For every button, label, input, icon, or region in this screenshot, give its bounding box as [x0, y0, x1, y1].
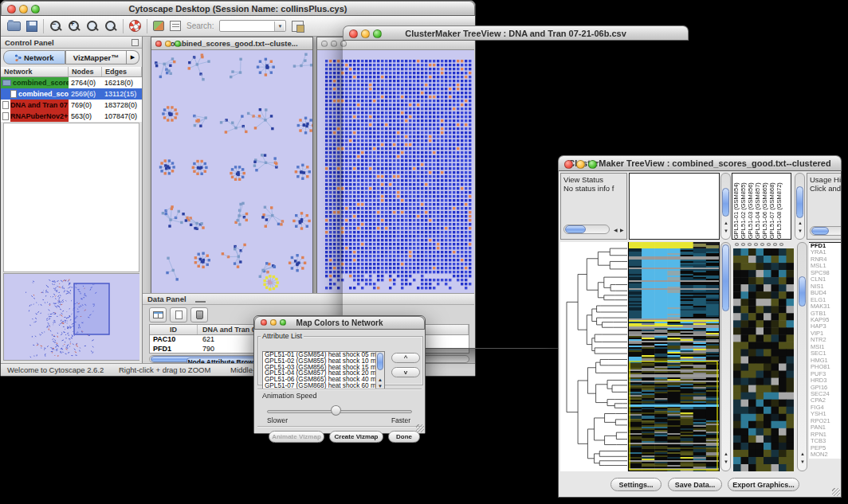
save-session-icon[interactable] [26, 21, 37, 32]
array-col-label[interactable]: GPL51-04 (GSM857) [754, 174, 761, 239]
array-col-label[interactable]: GPL51-08 (GSM872) [775, 174, 783, 239]
tab-overflow-button[interactable]: ▶ [127, 50, 139, 64]
export-graphics-button[interactable]: Export Graphics... [728, 478, 799, 491]
scroll-up-icon[interactable]: ▲ [798, 221, 803, 225]
network-row-rnapuber[interactable]: RNAPuberNov2+ 563(0) 107847(0) [1, 111, 142, 122]
scrollbar-thumb[interactable] [722, 188, 729, 217]
zoom-button[interactable] [280, 319, 286, 326]
scrollbar-thumb[interactable] [377, 353, 383, 370]
minimize-button[interactable] [361, 29, 370, 38]
view-status-hscrollbar[interactable] [563, 225, 610, 234]
search-input[interactable]: ▼ [219, 20, 286, 32]
tab-vizmapper[interactable]: VizMapper™ [65, 50, 128, 64]
array-col-label[interactable]: GPL51-02 (GSM855) [740, 174, 747, 239]
network-view-window[interactable]: combined_scores_good.txt--cluste... [151, 37, 313, 297]
scroll-down-icon[interactable]: ▼ [724, 459, 728, 464]
network-overview-panel[interactable] [3, 273, 139, 361]
close-button[interactable] [564, 160, 573, 169]
zoom-button[interactable] [373, 29, 382, 38]
network-overview-canvas[interactable] [4, 274, 139, 360]
minimize-button[interactable] [331, 41, 337, 47]
save-data-button[interactable]: Save Data... [668, 478, 722, 491]
main-titlebar[interactable]: Cytoscape Desktop (Session Name: collins… [1, 1, 475, 16]
network-row-combined-scores[interactable]: combined_scores 2764(0) 16218(0) [1, 77, 142, 88]
usage-hints-hscrollbar[interactable] [810, 226, 842, 236]
row-dendrogram-canvas[interactable] [560, 242, 627, 471]
close-button[interactable] [261, 319, 267, 326]
close-button[interactable] [7, 5, 16, 14]
network-view-canvas[interactable] [151, 50, 312, 296]
scrollbar-thumb[interactable] [796, 186, 803, 218]
new-attribute-button[interactable] [170, 307, 187, 322]
delete-attribute-button[interactable] [190, 307, 208, 322]
network-table-header[interactable]: Network Nodes Edges [1, 67, 142, 77]
scroll-up-icon[interactable]: ▲ [724, 451, 728, 456]
node-attribute-browser-tab[interactable]: Node Attribute Brows [186, 357, 258, 363]
scroll-down-icon[interactable]: ▼ [798, 229, 803, 233]
done-button[interactable]: Done [388, 431, 420, 443]
scroll-left-icon[interactable]: ◀ [614, 228, 618, 232]
network-row-selected[interactable]: combined_sco 2569(6) 13112(15) [1, 88, 142, 100]
global-heatmap-canvas[interactable] [628, 242, 720, 471]
scroll-down-icon[interactable]: ▼ [724, 229, 728, 233]
create-vizmap-button[interactable]: Create Vizmap [329, 431, 383, 443]
zoom-heatmap-canvas[interactable] [733, 248, 794, 471]
scroll-up-icon[interactable]: ▲ [378, 377, 383, 382]
tab-network[interactable]: Network [3, 50, 65, 64]
zoom-in-icon[interactable]: + [68, 20, 80, 33]
array-col-label[interactable]: GPL51-03 (GSM856) [747, 174, 754, 239]
scrollbar-thumb[interactable] [565, 225, 586, 233]
minimize-button[interactable] [576, 160, 585, 169]
network-view-titlebar[interactable]: combined_scores_good.txt--cluste... [151, 37, 312, 50]
select-attributes-button[interactable] [149, 307, 167, 322]
view-status-panel: View Status No status info f ◀ ▶ [560, 173, 627, 240]
array-col-label[interactable]: GPL51-01 (GSM854) [732, 174, 740, 239]
animate-vizmap-button[interactable]: Animate Vizmap [269, 431, 324, 443]
array-col-label[interactable]: GPL51-07 (GSM868) [768, 174, 775, 239]
column-dendrogram-area[interactable] [629, 173, 720, 240]
zoom-fit-icon[interactable] [104, 20, 117, 33]
gene-row-label[interactable]: MON2 [809, 451, 842, 458]
settings-button[interactable]: Settings... [610, 478, 662, 491]
zoom-selected-icon[interactable] [86, 20, 99, 33]
scrollbar-thumb[interactable] [799, 276, 806, 307]
zoom-heatmap-vscrollbar[interactable] [797, 242, 807, 471]
attribute-browser-icon[interactable] [292, 21, 304, 32]
minimize-button[interactable] [19, 5, 28, 14]
move-down-button[interactable]: v [391, 367, 420, 377]
float-panel-icon[interactable] [132, 39, 139, 46]
dialog-titlebar[interactable]: Map Colors to Network [254, 316, 425, 330]
scrollbar-thumb[interactable] [811, 227, 829, 235]
close-button[interactable] [321, 41, 328, 47]
attribute-list[interactable]: ▲ ▼ GPL51-01 (GSM854) heat shock 05 minG… [262, 351, 385, 389]
resize-handle[interactable] [832, 488, 840, 496]
close-button[interactable] [155, 41, 162, 47]
toolbar-separator [147, 19, 147, 33]
resize-handle[interactable] [416, 424, 424, 432]
array-col-label[interactable]: GPL51-06 (GSM865) [761, 174, 768, 239]
plugin-manager-icon[interactable] [153, 21, 164, 31]
treeview2-titlebar[interactable]: ClusterMaker TreeView : combined_scores_… [558, 155, 842, 171]
zoom-button[interactable] [175, 41, 181, 47]
attribute-list-vscrollbar[interactable]: ▲ ▼ [375, 352, 384, 389]
minimize-button[interactable] [165, 41, 171, 47]
close-button[interactable] [349, 29, 358, 38]
scroll-right-icon[interactable]: ▶ [620, 228, 624, 232]
open-session-icon[interactable] [7, 21, 21, 31]
global-heatmap-vscrollbar[interactable] [720, 242, 731, 471]
move-up-button[interactable]: ^ [391, 353, 420, 363]
slider-thumb[interactable] [331, 405, 341, 416]
zoom-button[interactable] [588, 160, 597, 169]
scroll-up-icon[interactable]: ▲ [800, 451, 805, 456]
search-dropdown-icon[interactable]: ▼ [274, 21, 285, 31]
treeview1-titlebar[interactable]: ClusterMaker TreeView : DNA and Tran 07-… [343, 25, 689, 41]
scrollbar-thumb[interactable] [722, 244, 729, 311]
zoom-button[interactable] [31, 5, 40, 14]
network-row-dna-tran[interactable]: DNA and Tran 07 769(0) 183728(0) [1, 100, 142, 111]
minimize-button[interactable] [270, 319, 277, 326]
zoom-out-icon[interactable]: − [49, 20, 62, 33]
annotation-icon[interactable] [170, 21, 181, 31]
scroll-up-icon[interactable]: ▲ [724, 221, 728, 225]
help-icon[interactable] [129, 20, 141, 32]
scroll-down-icon[interactable]: ▼ [800, 459, 805, 464]
